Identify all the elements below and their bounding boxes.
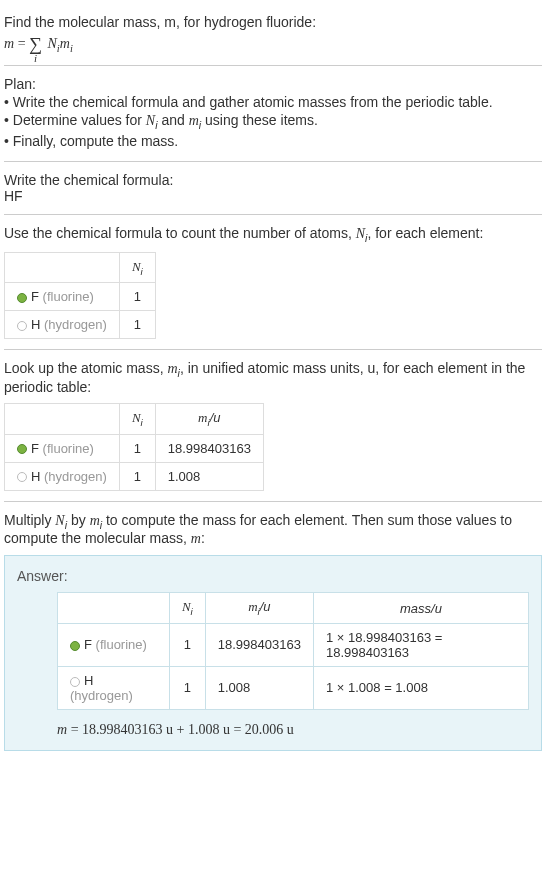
element-cell: F (fluorine)	[5, 283, 120, 311]
formula-lhs: m	[4, 36, 14, 51]
intro-section: Find the molecular mass, m, for hydrogen…	[4, 4, 542, 66]
m-cell: 18.998403163	[205, 623, 313, 666]
plan-title: Plan:	[4, 76, 542, 92]
element-cell: H (hydrogen)	[5, 462, 120, 490]
element-cell: H (hydrogen)	[5, 311, 120, 339]
element-dot-icon	[17, 293, 27, 303]
chemical-formula: HF	[4, 188, 542, 204]
chemical-title: Write the chemical formula:	[4, 172, 542, 188]
header-mi: mi/u	[205, 593, 313, 624]
element-dot-icon	[17, 444, 27, 454]
count-section: Use the chemical formula to count the nu…	[4, 215, 542, 350]
chemical-section: Write the chemical formula: HF	[4, 162, 542, 215]
plan-item-1: • Write the chemical formula and gather …	[4, 94, 542, 110]
m-cell: 1.008	[155, 462, 263, 490]
table-row: H (hydrogen) 1 1.008 1 × 1.008 = 1.008	[58, 666, 529, 709]
table-row: H (hydrogen) 1 1.008	[5, 462, 264, 490]
table-row: F (fluorine) 1	[5, 283, 156, 311]
header-empty	[5, 403, 120, 434]
plan-item-3: • Finally, compute the mass.	[4, 133, 542, 149]
header-empty	[5, 252, 120, 283]
table-header-row: Ni mi/u mass/u	[58, 593, 529, 624]
mass-cell: 1 × 18.998403163 = 18.998403163	[313, 623, 528, 666]
n-cell: 1	[169, 623, 205, 666]
element-cell: F (fluorine)	[58, 623, 170, 666]
table-header-row: Ni	[5, 252, 156, 283]
element-cell: F (fluorine)	[5, 434, 120, 462]
answer-label: Answer:	[17, 568, 529, 584]
element-dot-icon	[17, 472, 27, 482]
intro-text: Find the molecular mass, m, for hydrogen…	[4, 14, 542, 30]
lookup-section: Look up the atomic mass, mi, in unified …	[4, 350, 542, 501]
answer-table: Ni mi/u mass/u F (fluorine) 1 18.9984031…	[57, 592, 529, 710]
header-empty	[58, 593, 170, 624]
element-cell: H (hydrogen)	[58, 666, 170, 709]
mass-cell: 1 × 1.008 = 1.008	[313, 666, 528, 709]
n-cell: 1	[119, 311, 155, 339]
intro-formula: m = ∑i Nimi	[4, 34, 542, 55]
count-title: Use the chemical formula to count the nu…	[4, 225, 542, 244]
multiply-title: Multiply Ni by mi to compute the mass fo…	[4, 512, 542, 548]
answer-result: m = 18.998403163 u + 1.008 u = 20.006 u	[57, 722, 529, 738]
header-mass: mass/u	[313, 593, 528, 624]
plan-section: Plan: • Write the chemical formula and g…	[4, 66, 542, 162]
n-cell: 1	[119, 283, 155, 311]
table-row: H (hydrogen) 1	[5, 311, 156, 339]
count-table: Ni F (fluorine) 1 H (hydrogen) 1	[4, 252, 156, 340]
element-dot-icon	[17, 321, 27, 331]
header-ni: Ni	[169, 593, 205, 624]
header-ni: Ni	[119, 252, 155, 283]
n-cell: 1	[169, 666, 205, 709]
m-cell: 18.998403163	[155, 434, 263, 462]
plan-item-2: • Determine values for Ni and mi using t…	[4, 112, 542, 131]
lookup-title: Look up the atomic mass, mi, in unified …	[4, 360, 542, 395]
table-row: F (fluorine) 1 18.998403163	[5, 434, 264, 462]
n-cell: 1	[119, 434, 155, 462]
element-dot-icon	[70, 641, 80, 651]
formula-eq: =	[14, 36, 29, 51]
table-row: F (fluorine) 1 18.998403163 1 × 18.99840…	[58, 623, 529, 666]
answer-box: Answer: Ni mi/u mass/u F (fluorine) 1 18…	[4, 555, 542, 751]
sum-symbol: ∑i	[29, 34, 42, 55]
table-header-row: Ni mi/u	[5, 403, 264, 434]
answer-section: Multiply Ni by mi to compute the mass fo…	[4, 502, 542, 761]
element-dot-icon	[70, 677, 80, 687]
header-mi: mi/u	[155, 403, 263, 434]
n-cell: 1	[119, 462, 155, 490]
header-ni: Ni	[119, 403, 155, 434]
m-cell: 1.008	[205, 666, 313, 709]
lookup-table: Ni mi/u F (fluorine) 1 18.998403163 H (h…	[4, 403, 264, 491]
